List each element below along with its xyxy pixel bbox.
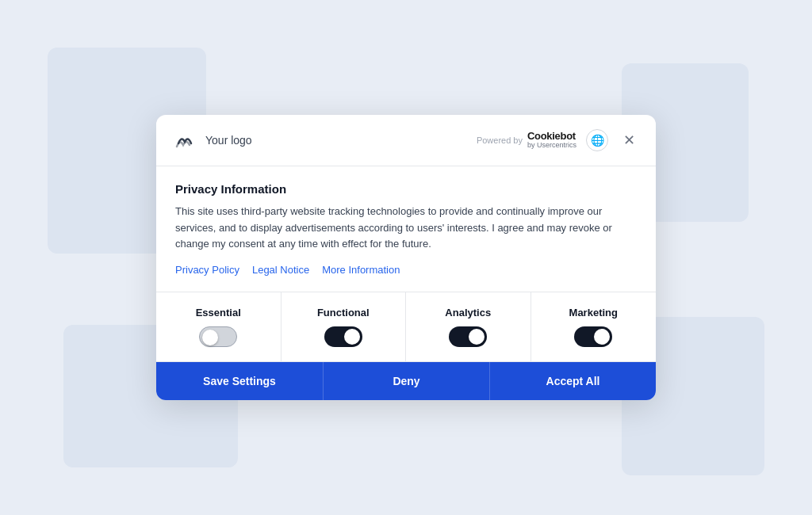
essential-label: Essential bbox=[196, 307, 241, 319]
legal-notice-link[interactable]: Legal Notice bbox=[252, 264, 309, 276]
cookiebot-logo: Cookiebot by Usercentrics bbox=[527, 131, 576, 150]
analytics-label: Analytics bbox=[445, 307, 491, 319]
close-icon: ✕ bbox=[623, 132, 635, 149]
option-analytics: Analytics bbox=[406, 292, 531, 361]
language-selector-button[interactable]: 🌐 bbox=[586, 129, 608, 151]
cookie-consent-modal: Your logo Powered by Cookiebot by Userce… bbox=[156, 115, 656, 400]
accept-all-button[interactable]: Accept All bbox=[489, 362, 656, 400]
powered-by: Powered by Cookiebot by Usercentrics bbox=[477, 131, 576, 150]
more-information-link[interactable]: More Information bbox=[322, 264, 400, 276]
close-button[interactable]: ✕ bbox=[618, 129, 640, 151]
cookie-options: Essential Functional Analytics bbox=[156, 292, 656, 362]
privacy-title: Privacy Information bbox=[175, 182, 637, 196]
privacy-description: This site uses third-party website track… bbox=[175, 204, 637, 253]
functional-label: Functional bbox=[317, 307, 370, 319]
modal-body: Privacy Information This site uses third… bbox=[156, 166, 656, 292]
powered-by-label: Powered by bbox=[477, 135, 523, 145]
option-marketing: Marketing bbox=[531, 292, 657, 361]
analytics-toggle[interactable] bbox=[449, 326, 487, 347]
cookiebot-name: Cookiebot bbox=[527, 131, 576, 142]
privacy-policy-link[interactable]: Privacy Policy bbox=[175, 264, 239, 276]
option-functional: Functional bbox=[282, 292, 407, 361]
functional-toggle[interactable] bbox=[324, 326, 362, 347]
globe-icon: 🌐 bbox=[591, 134, 604, 147]
marketing-label: Marketing bbox=[569, 307, 618, 319]
logo-icon bbox=[172, 128, 197, 153]
logo-text: Your logo bbox=[205, 134, 252, 147]
save-settings-button[interactable]: Save Settings bbox=[156, 362, 323, 400]
modal-footer: Save Settings Deny Accept All bbox=[156, 362, 656, 400]
cookiebot-sub: by Usercentrics bbox=[527, 142, 576, 150]
essential-toggle[interactable] bbox=[199, 326, 237, 347]
deny-button[interactable]: Deny bbox=[323, 362, 489, 400]
modal-header: Your logo Powered by Cookiebot by Userce… bbox=[156, 115, 656, 166]
marketing-toggle[interactable] bbox=[574, 326, 612, 347]
logo-area: Your logo bbox=[172, 128, 252, 153]
header-right: Powered by Cookiebot by Usercentrics 🌐 ✕ bbox=[477, 129, 640, 151]
policy-links: Privacy Policy Legal Notice More Informa… bbox=[175, 264, 637, 276]
option-essential: Essential bbox=[156, 292, 282, 361]
